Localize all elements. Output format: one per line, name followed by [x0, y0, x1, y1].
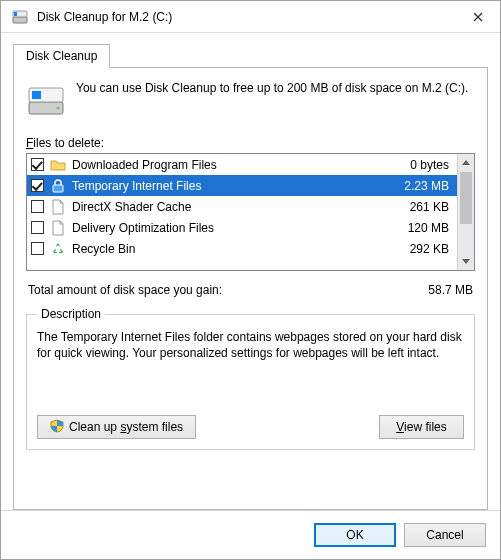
scroll-thumb[interactable] [460, 172, 472, 224]
file-icon [50, 220, 66, 236]
file-icon [50, 199, 66, 215]
svg-rect-9 [53, 185, 63, 192]
item-name: Delivery Optimization Files [72, 221, 375, 235]
item-size: 0 bytes [381, 158, 451, 172]
tab-disk-cleanup[interactable]: Disk Cleanup [13, 44, 110, 68]
description-group: Description The Temporary Internet Files… [26, 307, 475, 450]
files-list-viewport[interactable]: Downloaded Program Files0 bytesTemporary… [27, 154, 457, 270]
item-size: 261 KB [381, 200, 451, 214]
drive-icon [26, 80, 66, 120]
description-text: The Temporary Internet Files folder cont… [37, 329, 464, 387]
tabstrip: Disk Cleanup [1, 33, 500, 67]
scroll-down-button[interactable] [458, 253, 474, 270]
lock-icon [50, 178, 66, 194]
svg-rect-0 [13, 17, 27, 23]
scroll-up-button[interactable] [458, 154, 474, 171]
shield-icon [50, 419, 64, 436]
list-item[interactable]: Delivery Optimization Files120 MB [27, 217, 457, 238]
ok-button[interactable]: OK [314, 523, 396, 547]
item-name: Downloaded Program Files [72, 158, 375, 172]
checkbox[interactable] [31, 221, 44, 234]
svg-rect-7 [32, 91, 41, 99]
list-item[interactable]: DirectX Shader Cache261 KB [27, 196, 457, 217]
folder-icon [50, 157, 66, 173]
files-to-delete-label: Files to delete: [26, 136, 475, 150]
svg-rect-2 [14, 12, 17, 16]
total-row: Total amount of disk space you gain: 58.… [28, 283, 473, 297]
tab-body: You can use Disk Cleanup to free up to 2… [13, 67, 488, 510]
checkbox[interactable] [31, 200, 44, 213]
intro-text: You can use Disk Cleanup to free up to 2… [76, 80, 468, 96]
item-name: Recycle Bin [72, 242, 375, 256]
svg-marker-10 [462, 160, 470, 165]
dialog-footer: OK Cancel [1, 510, 500, 559]
intro-row: You can use Disk Cleanup to free up to 2… [26, 80, 475, 120]
checkbox[interactable] [31, 179, 44, 192]
recycle-icon [50, 241, 66, 257]
item-name: Temporary Internet Files [72, 179, 375, 193]
item-size: 2.23 MB [381, 179, 451, 193]
total-value: 58.7 MB [428, 283, 473, 297]
cancel-button[interactable]: Cancel [404, 523, 486, 547]
disk-cleanup-icon [11, 8, 29, 26]
total-label: Total amount of disk space you gain: [28, 283, 428, 297]
list-item[interactable]: Recycle Bin292 KB [27, 238, 457, 259]
titlebar: Disk Cleanup for M.2 (C:) [1, 1, 500, 33]
item-size: 120 MB [381, 221, 451, 235]
chevron-down-icon [462, 259, 470, 264]
description-legend: Description [37, 307, 105, 321]
close-button[interactable] [455, 1, 500, 32]
checkbox[interactable] [31, 158, 44, 171]
list-item[interactable]: Downloaded Program Files0 bytes [27, 154, 457, 175]
checkbox[interactable] [31, 242, 44, 255]
item-size: 292 KB [381, 242, 451, 256]
view-files-button[interactable]: View files [379, 415, 464, 439]
cleanup-system-files-button[interactable]: Clean up system files [37, 415, 196, 439]
files-list: Downloaded Program Files0 bytesTemporary… [26, 153, 475, 271]
window-title: Disk Cleanup for M.2 (C:) [37, 10, 455, 24]
chevron-up-icon [462, 160, 470, 165]
item-name: DirectX Shader Cache [72, 200, 375, 214]
svg-marker-11 [462, 259, 470, 264]
close-icon [473, 12, 483, 22]
list-item[interactable]: Temporary Internet Files2.23 MB [27, 175, 457, 196]
svg-point-8 [56, 106, 59, 109]
scrollbar[interactable] [457, 154, 474, 270]
